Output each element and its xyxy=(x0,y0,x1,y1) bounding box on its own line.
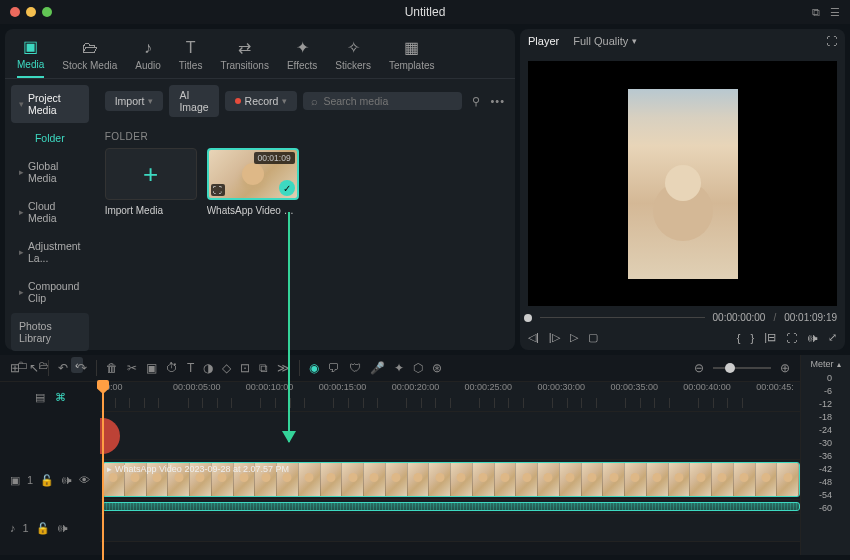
audio-clip[interactable] xyxy=(102,502,800,511)
undo-icon[interactable]: ↶ xyxy=(58,361,68,375)
search-media[interactable]: ⌕ xyxy=(303,92,462,110)
tab-titles[interactable]: TTitles xyxy=(179,39,203,77)
enhance-icon[interactable]: ✦ xyxy=(394,361,404,375)
meter-db: -18 xyxy=(819,412,832,422)
stop-icon[interactable]: ◁| xyxy=(528,331,539,344)
voice-icon[interactable]: 🗩 xyxy=(328,361,340,375)
tab-stickers[interactable]: ✧Stickers xyxy=(335,38,371,77)
link-icon[interactable]: ⌘ xyxy=(55,391,66,404)
redo-icon[interactable]: ↷ xyxy=(77,361,87,375)
media-panel: ▣Media 🗁Stock Media ♪Audio TTitles ⇄Tran… xyxy=(5,29,515,350)
layout-icon[interactable]: ⊞ xyxy=(10,361,20,375)
sidebar-cloud-media[interactable]: ▸Cloud Media xyxy=(11,193,89,231)
filter-icon[interactable]: ⚲ xyxy=(468,95,484,108)
chevron-down-icon: ▾ xyxy=(148,96,153,106)
progress-bar[interactable] xyxy=(540,317,705,318)
visibility-icon[interactable]: 👁 xyxy=(79,474,90,486)
search-input[interactable] xyxy=(323,95,454,107)
layout-toggle-icon[interactable]: ⧉ xyxy=(812,6,820,19)
total-time: 00:01:09:19 xyxy=(784,312,837,323)
keyframe-icon[interactable]: ◇ xyxy=(222,361,231,375)
audio-track-lane[interactable] xyxy=(100,514,800,542)
crop-icon[interactable]: ▣ xyxy=(146,361,157,375)
import-media-tile[interactable]: + Import Media xyxy=(105,148,197,216)
prev-frame-icon[interactable]: |▷ xyxy=(549,331,560,344)
audio-icon: ♪ xyxy=(144,39,152,57)
color-icon[interactable]: ◑ xyxy=(203,361,213,375)
linked-audio-lane[interactable] xyxy=(100,500,800,514)
delete-icon[interactable]: 🗑 xyxy=(106,361,118,375)
lock-icon[interactable]: 🔓 xyxy=(36,522,50,535)
quality-select[interactable]: Full Quality▾ xyxy=(573,35,637,47)
freeze-icon[interactable]: ⧉ xyxy=(259,361,268,375)
more-icon[interactable]: ••• xyxy=(490,95,505,107)
adjust-icon[interactable]: ⊡ xyxy=(240,361,250,375)
split-icon[interactable]: ✂ xyxy=(127,361,137,375)
sidebar-photos-library[interactable]: Photos Library xyxy=(11,313,89,351)
sidebar-project-media[interactable]: ▾Project Media xyxy=(11,85,89,123)
minimize-window[interactable] xyxy=(26,7,36,17)
tab-templates[interactable]: ▦Templates xyxy=(389,38,435,77)
drop-zone-lane[interactable] xyxy=(100,412,800,460)
audio-track-icon: ♪ xyxy=(10,522,16,534)
ai-icon[interactable]: ◉ xyxy=(309,361,319,375)
pointer-icon[interactable]: ↖ xyxy=(29,361,39,375)
ai-image-button[interactable]: AI Image xyxy=(169,85,218,117)
sidebar-folder[interactable]: Folder xyxy=(11,125,89,151)
tab-audio[interactable]: ♪Audio xyxy=(135,39,161,77)
meter-toggle-icon[interactable]: ▴ xyxy=(837,360,841,369)
playhead[interactable] xyxy=(102,382,104,560)
sidebar-compound-clip[interactable]: ▸Compound Clip xyxy=(11,273,89,311)
zoom-in-icon[interactable]: ⊕ xyxy=(780,361,790,375)
media-clip-tile[interactable]: 00:01:09 ⛶ ✓ WhatsApp Video 202… xyxy=(207,148,299,216)
tab-media[interactable]: ▣Media xyxy=(17,37,44,78)
ratio-icon[interactable]: ⛶ xyxy=(786,332,797,344)
audio-waveform xyxy=(103,503,799,510)
tab-effects[interactable]: ✦Effects xyxy=(287,38,317,77)
zoom-knob[interactable] xyxy=(725,363,735,373)
tab-transitions[interactable]: ⇄Transitions xyxy=(220,38,269,77)
marker-in-icon[interactable]: { xyxy=(737,332,741,344)
timeline-toolbar: ⊞ ↖ ↶ ↷ 🗑 ✂ ▣ ⏱ T ◑ ◇ ⊡ ⧉ ≫ ◉ 🗩 🛡 🎤 ✦ ⬡ … xyxy=(0,355,800,382)
zoom-slider[interactable] xyxy=(713,367,771,369)
marker-out-icon[interactable]: } xyxy=(750,332,754,344)
video-clip[interactable]: ▸WhatsApp Video 2023-09-28 at 2.07.57 PM xyxy=(102,462,800,497)
close-window[interactable] xyxy=(10,7,20,17)
window-traffic-lights xyxy=(10,7,52,17)
meter-db: -48 xyxy=(819,477,832,487)
clip-type-icon: ▸ xyxy=(107,464,112,474)
compare-icon[interactable]: |⊟ xyxy=(764,331,776,344)
volume-icon[interactable]: 🕪 xyxy=(807,332,818,344)
time-ruler[interactable]: 00:0000:00:05:0000:00:10:0000:00:15:0000… xyxy=(100,382,800,412)
sidebar-global-media[interactable]: ▸Global Media xyxy=(11,153,89,191)
menu-button-icon[interactable]: ☰ xyxy=(830,6,840,19)
lock-icon[interactable]: 🔓 xyxy=(40,474,54,487)
timeline: ⊞ ↖ ↶ ↷ 🗑 ✂ ▣ ⏱ T ◑ ◇ ⊡ ⧉ ≫ ◉ 🗩 🛡 🎤 ✦ ⬡ … xyxy=(0,355,850,555)
shield-icon[interactable]: 🛡 xyxy=(349,361,361,375)
zoom-out-icon[interactable]: ⊖ xyxy=(694,361,704,375)
mic-icon[interactable]: 🎤 xyxy=(370,361,385,375)
video-track-lane[interactable]: ▸WhatsApp Video 2023-09-28 at 2.07.57 PM xyxy=(100,460,800,500)
record-dropdown[interactable]: Record▾ xyxy=(225,91,298,111)
playhead-dot[interactable] xyxy=(524,314,532,322)
video-preview[interactable] xyxy=(528,61,837,306)
play-icon[interactable]: ▷ xyxy=(570,331,578,344)
track-manager-icon[interactable]: ▤ xyxy=(35,391,45,404)
meter-db: -54 xyxy=(819,490,832,500)
text-icon[interactable]: T xyxy=(187,361,194,375)
sidebar-adjustment-layer[interactable]: ▸Adjustment La... xyxy=(11,233,89,271)
import-dropdown[interactable]: Import▾ xyxy=(105,91,164,111)
motion-icon[interactable]: ⊛ xyxy=(432,361,442,375)
spacer-gutter xyxy=(0,412,100,460)
maximize-window[interactable] xyxy=(42,7,52,17)
speed-icon[interactable]: ⏱ xyxy=(166,361,178,375)
mute-icon[interactable]: 🕪 xyxy=(57,522,68,534)
mute-icon[interactable]: 🕪 xyxy=(61,474,72,486)
next-frame-icon[interactable]: ▢ xyxy=(588,331,598,344)
player-tab[interactable]: Player xyxy=(528,35,559,47)
tab-stock-media[interactable]: 🗁Stock Media xyxy=(62,39,117,77)
fullscreen-icon[interactable]: ⤢ xyxy=(828,331,837,344)
mask-icon[interactable]: ⬡ xyxy=(413,361,423,375)
video-track-icon: ▣ xyxy=(10,474,20,487)
snapshot-icon[interactable]: ⛶ xyxy=(826,35,837,47)
